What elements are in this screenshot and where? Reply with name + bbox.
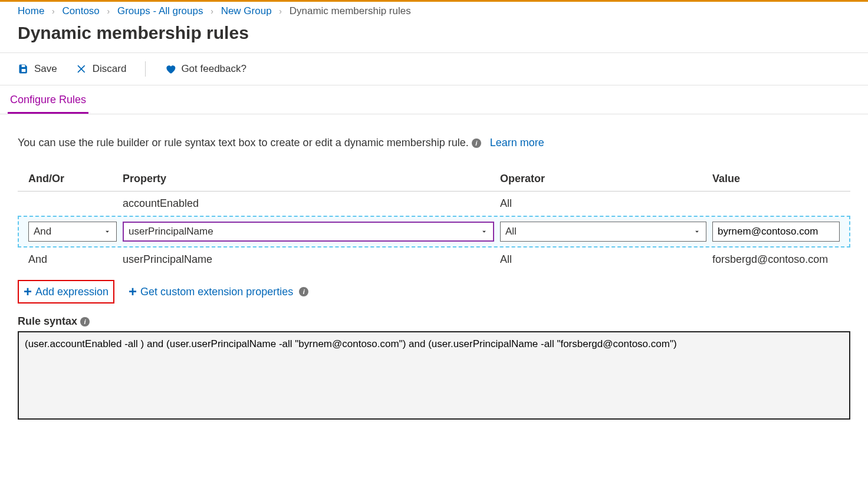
heart-icon (165, 63, 176, 75)
info-icon[interactable]: i (80, 317, 90, 326)
andor-dropdown[interactable]: And (28, 222, 117, 242)
save-button[interactable]: Save (18, 63, 57, 75)
property-dropdown[interactable]: userPrincipalName (123, 222, 494, 242)
learn-more-link[interactable]: Learn more (490, 137, 544, 149)
operator-value: All (505, 226, 517, 237)
rule-builder-table: And/Or Property Operator Value accountEn… (18, 167, 850, 272)
chevron-right-icon: › (52, 6, 55, 16)
table-header-row: And/Or Property Operator Value (18, 167, 850, 192)
breadcrumb-new-group[interactable]: New Group (221, 5, 272, 17)
toolbar-separator (145, 61, 146, 77)
header-property: Property (123, 173, 500, 185)
command-bar: Save Discard Got feedback? (0, 53, 868, 85)
rule-actions: + Add expression + Get custom extension … (18, 280, 850, 303)
property-value: userPrincipalName (129, 226, 213, 237)
info-icon[interactable]: i (299, 287, 308, 296)
discard-label: Discard (93, 63, 127, 75)
value-input[interactable] (712, 222, 840, 242)
cell-property: userPrincipalName (123, 253, 500, 266)
intro-text: You can use the rule builder or rule syn… (0, 114, 868, 161)
save-icon (18, 63, 29, 75)
header-value: Value (712, 173, 840, 185)
get-custom-properties-button[interactable]: + Get custom extension properties i (124, 281, 313, 302)
get-custom-label: Get custom extension properties (140, 286, 293, 298)
add-expression-label: Add expression (35, 286, 108, 298)
header-andor: And/Or (28, 173, 123, 185)
intro-body: You can use the rule builder or rule syn… (18, 137, 469, 149)
andor-value: And (34, 226, 51, 237)
breadcrumb-contoso[interactable]: Contoso (63, 5, 100, 17)
rule-syntax-label-text: Rule syntax (18, 315, 77, 327)
feedback-button[interactable]: Got feedback? (165, 63, 246, 75)
table-row-selected[interactable]: And userPrincipalName All (18, 216, 850, 248)
breadcrumb-home[interactable]: Home (18, 5, 44, 17)
discard-button[interactable]: Discard (76, 63, 127, 75)
chevron-down-icon (693, 227, 701, 236)
info-icon[interactable]: i (472, 138, 481, 148)
tab-configure-rules[interactable]: Configure Rules (8, 94, 88, 114)
close-icon (76, 63, 88, 75)
page-title: Dynamic membership rules (0, 22, 868, 53)
cell-value: forsbergd@contoso.com (712, 253, 840, 266)
breadcrumb-groups[interactable]: Groups - All groups (117, 5, 203, 17)
rule-syntax-label: Rule syntax i (18, 315, 850, 328)
table-row[interactable]: accountEnabled All (18, 192, 850, 216)
breadcrumb: Home › Contoso › Groups - All groups › N… (0, 2, 868, 22)
cell-andor: And (28, 253, 123, 266)
chevron-down-icon (480, 227, 488, 236)
plus-icon: + (129, 285, 137, 299)
chevron-right-icon: › (211, 6, 213, 16)
operator-dropdown[interactable]: All (500, 222, 706, 242)
cell-operator: All (500, 197, 712, 210)
save-label: Save (34, 63, 57, 75)
add-expression-button[interactable]: + Add expression (18, 280, 114, 303)
feedback-label: Got feedback? (181, 63, 246, 75)
chevron-right-icon: › (279, 6, 282, 16)
header-operator: Operator (500, 173, 712, 185)
breadcrumb-current: Dynamic membership rules (290, 5, 411, 17)
rule-syntax-textbox[interactable] (18, 331, 850, 420)
chevron-right-icon: › (107, 6, 110, 16)
chevron-down-icon (103, 227, 111, 236)
rule-syntax-section: Rule syntax i (18, 315, 850, 422)
cell-operator: All (500, 253, 712, 266)
plus-icon: + (24, 285, 32, 299)
tab-bar: Configure Rules (0, 85, 868, 114)
cell-property: accountEnabled (123, 197, 500, 210)
table-row[interactable]: And userPrincipalName All forsbergd@cont… (18, 248, 850, 272)
